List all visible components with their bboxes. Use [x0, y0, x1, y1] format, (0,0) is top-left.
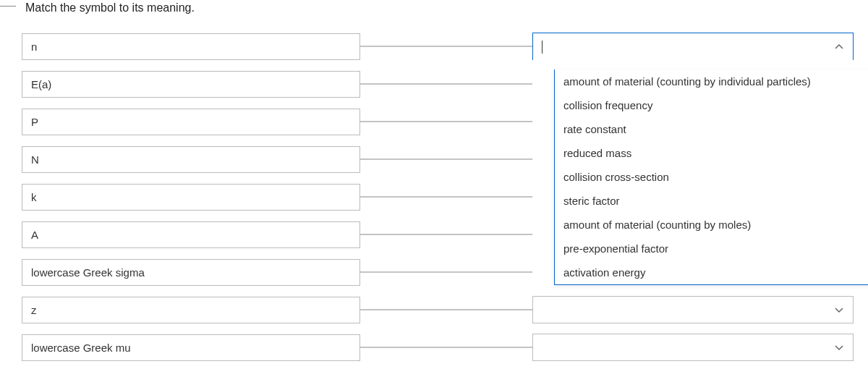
- symbol-box: A: [22, 221, 360, 248]
- answer-dropdown-0[interactable]: [532, 33, 854, 60]
- match-row: lowercase Greek mu: [22, 334, 854, 361]
- symbol-box: N: [22, 146, 360, 173]
- dropdown-option[interactable]: collision cross-section: [555, 165, 868, 189]
- connector-line: [360, 159, 532, 160]
- connector-line: [360, 46, 532, 47]
- match-row: z: [22, 296, 854, 323]
- dropdown-options-panel: amount of material (counting by individu…: [554, 69, 868, 285]
- dropdown-option[interactable]: amount of material (counting by individu…: [555, 69, 868, 93]
- dropdown-option[interactable]: rate constant: [555, 117, 868, 141]
- dropdown-option[interactable]: amount of material (counting by moles): [555, 213, 868, 237]
- dropdown-option[interactable]: pre-exponential factor: [555, 237, 868, 260]
- dropdown-option[interactable]: collision frequency: [555, 93, 868, 117]
- dropdown-option[interactable]: reduced mass: [555, 141, 868, 165]
- connector-line: [360, 310, 532, 310]
- connector-line: [360, 347, 532, 348]
- symbol-box: P: [22, 109, 360, 135]
- connector-line: [360, 197, 532, 198]
- match-row: n: [22, 33, 854, 60]
- connector-line: [360, 84, 532, 85]
- symbol-box: E(a): [22, 71, 360, 98]
- matching-rows: n amount of material (counting by indivi…: [22, 33, 854, 361]
- dropdown-option[interactable]: activation energy: [555, 260, 868, 284]
- chevron-down-icon: [834, 305, 844, 315]
- dropdown-option[interactable]: steric factor: [555, 189, 868, 213]
- symbol-box: lowercase Greek sigma: [22, 259, 360, 286]
- connector-line: [360, 122, 532, 122]
- symbol-box: n: [22, 33, 360, 60]
- question-prompt: Match the symbol to its meaning.: [25, 0, 854, 14]
- symbol-box: k: [22, 184, 360, 211]
- chevron-down-icon: [834, 342, 844, 352]
- connector-line: [360, 234, 532, 235]
- answer-dropdown-7[interactable]: [532, 296, 854, 323]
- connector-line: [360, 272, 532, 273]
- answer-dropdown-8[interactable]: [532, 334, 854, 361]
- chevron-up-icon: [834, 42, 844, 52]
- symbol-box: z: [22, 297, 360, 323]
- symbol-box: lowercase Greek mu: [22, 334, 360, 361]
